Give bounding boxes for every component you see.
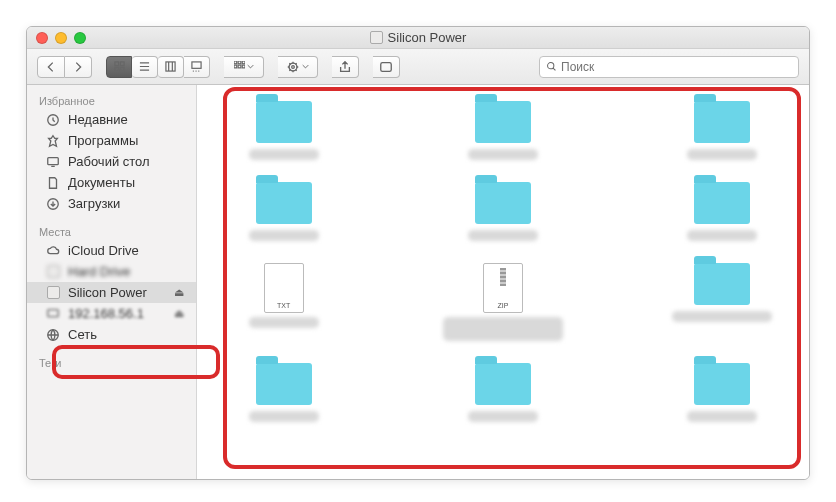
svg-rect-0 [114,62,118,66]
sidebar-item-desktop[interactable]: Рабочий стол [27,151,196,172]
sidebar-item-networkhost[interactable]: 192.168.56.1 ⏏ [27,303,196,324]
folder-item[interactable] [448,363,558,422]
sidebar-item-harddrive[interactable]: Hard Drive [27,261,196,282]
sidebar-item-label: Рабочий стол [68,154,150,169]
svg-rect-2 [114,67,118,71]
svg-point-15 [548,63,554,69]
item-label [468,411,538,422]
gallery-view-button[interactable] [184,56,210,78]
globe-icon [45,328,61,342]
svg-rect-3 [120,67,124,71]
sidebar-item-label: Silicon Power [68,285,147,300]
arrange-button[interactable] [224,56,264,78]
svg-rect-14 [381,62,392,71]
sidebar-item-downloads[interactable]: Загрузки [27,193,196,214]
sidebar-item-label: Документы [68,175,135,190]
desktop-icon [45,155,61,169]
folder-icon [694,363,750,405]
item-label [249,230,319,241]
downloads-icon [45,197,61,211]
folder-icon [475,101,531,143]
search-icon [546,61,557,72]
close-button[interactable] [36,32,48,44]
sidebar-item-icloud[interactable]: iCloud Drive [27,240,196,261]
sidebar-item-silicon-power[interactable]: Silicon Power ⏏ [27,282,196,303]
drive-icon [45,286,61,300]
action-button-group [278,56,318,78]
svg-rect-6 [234,61,237,64]
zoom-button[interactable] [74,32,86,44]
body: Избранное Недавние Программы Рабочий сто… [27,85,809,479]
svg-rect-5 [192,62,201,68]
list-view-button[interactable] [132,56,158,78]
sidebar-item-apps[interactable]: Программы [27,130,196,151]
search-field[interactable] [539,56,799,78]
share-button-group [332,56,359,78]
svg-rect-10 [238,65,241,68]
clock-icon [45,113,61,127]
sidebar: Избранное Недавние Программы Рабочий сто… [27,85,197,479]
folder-item[interactable] [229,101,339,160]
svg-rect-19 [48,309,59,316]
sidebar-item-documents[interactable]: Документы [27,172,196,193]
file-item[interactable]: TXT [229,263,339,341]
network-icon [45,307,61,321]
svg-rect-9 [234,65,237,68]
view-mode-buttons [106,56,210,78]
action-button[interactable] [278,56,318,78]
search-input[interactable] [561,60,792,74]
item-label [687,149,757,160]
folder-item[interactable] [667,182,777,241]
arrange-button-group [224,56,264,78]
folder-item[interactable] [667,363,777,422]
icon-grid: TXT ZIP [197,85,809,438]
tags-button-group [373,56,400,78]
sidebar-item-network[interactable]: Сеть [27,324,196,345]
sidebar-item-label: Hard Drive [68,264,130,279]
eject-icon[interactable]: ⏏ [174,307,184,320]
locations-section-label: Места [27,222,196,240]
folder-item[interactable] [229,182,339,241]
minimize-button[interactable] [55,32,67,44]
folder-item[interactable] [667,101,777,160]
item-label [687,230,757,241]
folder-item[interactable] [667,263,777,341]
folder-icon [256,182,312,224]
svg-rect-17 [48,157,59,164]
folder-item[interactable] [448,182,558,241]
favorites-section-label: Избранное [27,91,196,109]
svg-rect-11 [242,65,245,68]
svg-rect-7 [238,61,241,64]
icon-view-button[interactable] [106,56,132,78]
item-label [249,149,319,160]
cloud-icon [45,244,61,258]
nav-buttons [37,56,92,78]
sidebar-item-label: Загрузки [68,196,120,211]
sidebar-item-label: Сеть [68,327,97,342]
window-title-wrap: Silicon Power [370,30,467,45]
forward-button[interactable] [65,56,92,78]
drive-icon [45,265,61,279]
svg-rect-1 [120,62,124,66]
folder-icon [475,182,531,224]
folder-item[interactable] [448,101,558,160]
toolbar [27,49,809,85]
sidebar-item-label: Недавние [68,112,128,127]
svg-point-13 [292,65,295,68]
file-item[interactable]: ZIP [448,263,558,341]
item-label [443,317,563,341]
eject-icon[interactable]: ⏏ [174,286,184,299]
back-button[interactable] [37,56,65,78]
share-button[interactable] [332,56,359,78]
folder-item[interactable] [229,363,339,422]
txt-file-icon: TXT [264,263,304,313]
tags-section-label: Теги [27,353,196,371]
file-ext-label: ZIP [498,302,509,309]
window-controls [36,32,86,44]
window-title: Silicon Power [388,30,467,45]
tags-button[interactable] [373,56,400,78]
folder-icon [694,182,750,224]
column-view-button[interactable] [158,56,184,78]
content-area[interactable]: TXT ZIP [197,85,809,479]
sidebar-item-recents[interactable]: Недавние [27,109,196,130]
